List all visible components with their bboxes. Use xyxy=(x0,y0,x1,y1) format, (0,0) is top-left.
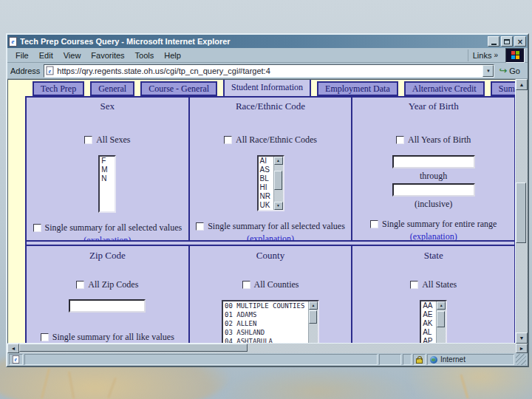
go-button[interactable]: ↪ Go xyxy=(494,64,525,78)
all-sexes-checkbox[interactable]: All Sexes xyxy=(84,134,130,146)
horizontal-scrollbar[interactable]: ◄ ► xyxy=(7,344,528,353)
list-option[interactable]: AK xyxy=(421,319,436,328)
year-from-input[interactable] xyxy=(392,155,475,168)
scrollbar-thumb[interactable] xyxy=(516,183,526,243)
single-summary-checkbox[interactable]: Single summary for all selected values xyxy=(196,221,345,232)
panel-county: County All Counties 00 MULTIPLE COUNTIES… xyxy=(190,246,353,343)
scroll-up-button[interactable]: ▲ xyxy=(516,79,528,90)
menu-edit[interactable]: Edit xyxy=(34,50,58,61)
scrollbar-track[interactable] xyxy=(516,90,528,332)
scroll-up-button[interactable]: ▲ xyxy=(437,301,446,310)
list-option[interactable]: HI xyxy=(259,183,273,192)
list-option[interactable]: 04 ASHTABULA xyxy=(223,337,308,343)
all-counties-checkbox[interactable]: All Counties xyxy=(242,279,299,290)
list-option[interactable]: BL xyxy=(259,174,273,183)
county-listbox[interactable]: 00 MULTIPLE COUNTIES01 ADAMS02 ALLEN03 A… xyxy=(222,300,319,343)
checkbox-icon[interactable] xyxy=(196,222,204,231)
scrollbar-thumb[interactable] xyxy=(309,310,317,324)
checkbox-icon[interactable] xyxy=(242,281,250,289)
all-race-codes-checkbox[interactable]: All Race/Ethnic Codes xyxy=(224,134,317,146)
checkbox-icon[interactable] xyxy=(370,220,378,228)
checkbox-icon[interactable] xyxy=(76,281,84,289)
list-option[interactable]: AI xyxy=(259,157,273,166)
list-option[interactable]: N xyxy=(100,174,115,183)
tab-course-general[interactable]: Course - General xyxy=(140,81,217,96)
scroll-right-button[interactable]: ► xyxy=(516,344,528,353)
chevron-icon: » xyxy=(494,51,498,59)
checkbox-icon[interactable] xyxy=(396,136,404,144)
scrollbar-thumb[interactable] xyxy=(19,344,248,352)
list-option[interactable]: 01 ADAMS xyxy=(223,310,308,319)
checkbox-icon[interactable] xyxy=(41,333,49,341)
through-label: through xyxy=(352,171,514,182)
list-option[interactable]: AS xyxy=(259,166,273,174)
scrollbar-track[interactable] xyxy=(19,344,516,353)
links-toolbar[interactable]: Links » xyxy=(468,50,502,61)
race-listbox[interactable]: AIASBLHINRUK ▲ ▼ xyxy=(257,155,284,211)
close-button[interactable]: × xyxy=(514,36,526,47)
state-listbox[interactable]: AAAEAKALAPAR ▲ ▼ xyxy=(420,300,447,343)
explanation-link[interactable]: (explanation) xyxy=(352,231,514,240)
tab-student-information[interactable]: Student Information xyxy=(223,79,311,96)
address-dropdown-button[interactable]: ▼ xyxy=(482,65,494,77)
list-option[interactable]: NR xyxy=(259,192,273,201)
zip-code-input[interactable] xyxy=(69,299,146,313)
address-input[interactable]: e https://qry.regents.state.oh.us/cgi/tp… xyxy=(44,64,494,78)
tab-tech-prep[interactable]: Tech Prep xyxy=(33,81,84,96)
sex-listbox[interactable]: FMN xyxy=(98,155,116,213)
menu-tools[interactable]: Tools xyxy=(130,50,160,61)
explanation-link[interactable]: (explanation) xyxy=(190,233,352,240)
all-zip-codes-checkbox[interactable]: All Zip Codes xyxy=(76,279,138,290)
security-zone-pane: Internet xyxy=(427,354,514,365)
address-bar: Address e https://qry.regents.state.oh.u… xyxy=(7,63,528,79)
menu-file[interactable]: File xyxy=(10,50,34,61)
list-option[interactable]: AL xyxy=(421,328,436,337)
tab-general[interactable]: General xyxy=(90,81,134,96)
list-option[interactable]: F xyxy=(100,157,115,166)
scroll-left-button[interactable]: ◄ xyxy=(7,344,19,353)
maximize-button[interactable] xyxy=(501,36,513,47)
checkbox-icon[interactable] xyxy=(410,281,418,289)
year-to-input[interactable] xyxy=(392,183,475,197)
tab-summary[interactable]: Summary xyxy=(491,81,516,96)
scrollbar-thumb[interactable] xyxy=(274,171,282,190)
list-option[interactable]: AE xyxy=(421,310,436,319)
checkbox-icon[interactable] xyxy=(33,224,41,232)
list-option[interactable]: 02 ALLEN xyxy=(223,319,308,328)
checkbox-icon[interactable] xyxy=(224,136,232,144)
single-summary-like-checkbox[interactable]: Single summary for all like values xyxy=(41,332,174,343)
scroll-up-button[interactable]: ▲ xyxy=(309,301,318,310)
list-option[interactable]: AA xyxy=(421,301,436,310)
scroll-down-button[interactable]: ▼ xyxy=(516,332,528,344)
list-option[interactable]: AP xyxy=(421,337,436,343)
menu-help[interactable]: Help xyxy=(159,50,186,61)
title-bar[interactable]: e Tech Prep Courses Query - Microsoft In… xyxy=(7,35,528,48)
checkbox-icon[interactable] xyxy=(84,136,92,144)
list-option[interactable]: M xyxy=(100,166,115,174)
list-option[interactable]: 00 MULTIPLE COUNTIES xyxy=(223,301,308,310)
address-url-text[interactable]: https://qry.regents.state.oh.us/cgi/tp_c… xyxy=(57,66,482,75)
single-summary-checkbox[interactable]: Single summary for all selected values xyxy=(33,222,183,233)
inclusive-label: (inclusive) xyxy=(352,199,514,210)
tab-alternative-credit[interactable]: Alternative Credit xyxy=(404,81,485,96)
resize-grip[interactable] xyxy=(516,354,526,365)
list-option[interactable]: UK xyxy=(259,201,273,210)
scroll-up-button[interactable]: ▲ xyxy=(274,157,283,165)
explanation-link[interactable]: (explanation) xyxy=(27,235,188,240)
single-summary-range-checkbox[interactable]: Single summary for entire range xyxy=(370,219,497,230)
listbox-scrollbar[interactable]: ▲ ▼ xyxy=(308,301,318,343)
list-option[interactable]: 03 ASHLAND xyxy=(223,328,308,337)
vertical-scrollbar[interactable]: ▲ ▼ xyxy=(516,79,528,344)
tab-employment-data[interactable]: Employment Data xyxy=(317,81,398,96)
scroll-down-button[interactable]: ▼ xyxy=(274,202,283,210)
scrollbar-thumb[interactable] xyxy=(437,311,445,327)
all-years-checkbox[interactable]: All Years of Birth xyxy=(396,134,471,146)
listbox-scrollbar[interactable]: ▲ ▼ xyxy=(273,157,283,210)
panel-title: Race/Ethnic Code xyxy=(190,100,352,112)
listbox-scrollbar[interactable]: ▲ ▼ xyxy=(436,301,446,343)
zone-label: Internet xyxy=(440,355,466,364)
all-states-checkbox[interactable]: All States xyxy=(410,279,457,290)
minimize-button[interactable] xyxy=(488,36,499,47)
menu-view[interactable]: View xyxy=(58,50,86,61)
menu-favorites[interactable]: Favorites xyxy=(86,50,129,61)
